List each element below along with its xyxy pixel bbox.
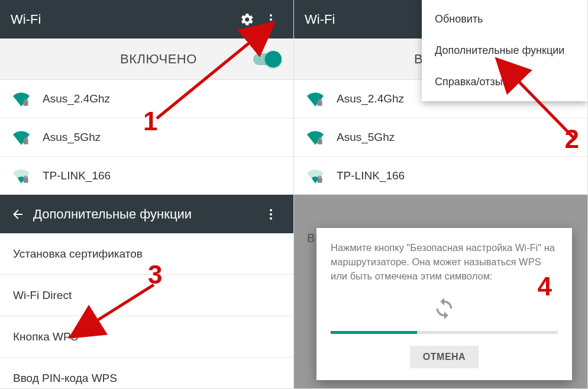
overflow-menu-button[interactable] <box>259 8 283 31</box>
panel-2-wifi-menu-open: Wi-Fi ВКЛЮЧЕНО Asus_2.4Ghz Asus_5Ghz TP-… <box>294 0 588 195</box>
overflow-menu-button[interactable] <box>259 202 283 226</box>
svg-point-2 <box>270 22 272 25</box>
overflow-menu: Обновить Дополнительные функции Справка/… <box>422 0 587 101</box>
panel-4-wps-dialog: В Нажмите кнопку "Безопасная настройка W… <box>294 195 588 389</box>
gear-icon <box>240 12 254 27</box>
wifi-signal-weak-icon <box>307 168 324 184</box>
wifi-signal-icon <box>13 91 30 107</box>
wifi-network-row[interactable]: TP-LINK_166 <box>294 157 587 195</box>
svg-point-18 <box>270 213 272 216</box>
dialog-message: Нажмите кнопку "Безопасная настройка Wi-… <box>331 241 558 284</box>
settings-button[interactable] <box>235 8 259 31</box>
svg-point-19 <box>270 217 272 220</box>
background-letter: В <box>307 232 315 245</box>
wifi-signal-icon <box>13 129 30 146</box>
wps-dialog: Нажмите кнопку "Безопасная настройка Wi-… <box>316 228 572 380</box>
wifi-ssid: Asus_2.4Ghz <box>43 92 110 105</box>
wifi-ssid: TP-LINK_166 <box>43 169 111 182</box>
wifi-network-row[interactable]: TP-LINK_166 <box>0 157 293 195</box>
advanced-item-wifi-direct[interactable]: Wi-Fi Direct <box>0 275 293 316</box>
panel-1-wifi-settings: Wi-Fi ВКЛЮЧЕНО Asus_2.4Ghz Asus_5Ghz <box>0 0 294 195</box>
wifi-signal-icon <box>307 91 324 107</box>
svg-point-1 <box>270 18 272 21</box>
wifi-network-row[interactable]: Asus_5Ghz <box>0 118 293 157</box>
page-title: Дополнительные функции <box>33 207 259 222</box>
wifi-ssid: TP-LINK_166 <box>337 169 405 182</box>
advanced-item-certs[interactable]: Установка сертификатов <box>0 233 293 275</box>
arrow-back-icon <box>11 207 25 221</box>
menu-item-refresh[interactable]: Обновить <box>422 4 587 35</box>
wifi-network-row[interactable]: Asus_2.4Ghz <box>0 80 293 118</box>
advanced-item-wps-pin[interactable]: Ввод PIN-кода WPS <box>0 358 293 389</box>
menu-item-advanced[interactable]: Дополнительные функции <box>422 35 587 66</box>
wifi-ssid: Asus_5Ghz <box>43 131 101 144</box>
wifi-ssid: Asus_5Ghz <box>337 131 395 144</box>
wifi-signal-icon <box>307 129 324 146</box>
more-vert-icon <box>264 207 278 221</box>
wifi-enabled-label: ВКЛЮЧЕНО <box>120 52 197 67</box>
titlebar: Дополнительные функции <box>0 195 293 233</box>
page-title: Wi-Fi <box>11 12 235 27</box>
progress-bar <box>331 331 558 334</box>
svg-point-0 <box>270 14 272 17</box>
wifi-switch-on[interactable] <box>253 53 280 65</box>
menu-item-help[interactable]: Справка/отзыв <box>422 66 587 98</box>
progress-fill <box>331 331 417 334</box>
titlebar: Wi-Fi <box>0 0 293 38</box>
advanced-item-wps-button[interactable]: Кнопка WPS <box>0 316 293 358</box>
wifi-signal-weak-icon <box>13 168 30 184</box>
wifi-ssid: Asus_2.4Ghz <box>337 92 404 105</box>
back-button[interactable] <box>6 202 30 226</box>
more-vert-icon <box>264 12 278 27</box>
svg-point-17 <box>270 209 272 211</box>
cancel-button[interactable]: ОТМЕНА <box>410 346 479 368</box>
wifi-toggle-row[interactable]: ВКЛЮЧЕНО <box>0 38 293 80</box>
wps-sync-icon <box>331 297 558 320</box>
wifi-network-row[interactable]: Asus_5Ghz <box>294 118 587 157</box>
panel-3-advanced-functions: Дополнительные функции Установка сертифи… <box>0 195 294 389</box>
